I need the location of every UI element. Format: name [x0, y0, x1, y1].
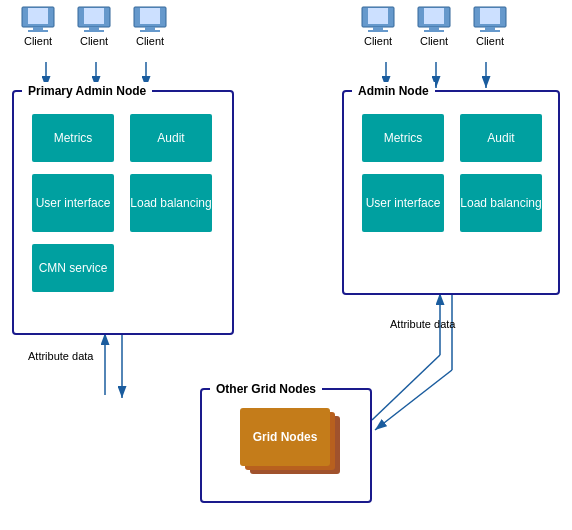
primary-admin-node-title: Primary Admin Node — [22, 82, 152, 100]
attribute-data-label-left: Attribute data — [28, 350, 93, 362]
svg-rect-17 — [28, 30, 48, 32]
svg-rect-35 — [480, 8, 500, 24]
admin-metrics-tile: Metrics — [362, 114, 444, 162]
other-grid-nodes-title: Other Grid Nodes — [210, 380, 322, 398]
client-icon-left-2: Client — [76, 5, 112, 47]
svg-line-11 — [375, 370, 452, 430]
svg-rect-29 — [368, 30, 388, 32]
svg-line-12 — [372, 355, 440, 420]
svg-rect-25 — [140, 30, 160, 32]
svg-rect-31 — [424, 8, 444, 24]
client-icon-left-1: Client — [20, 5, 56, 47]
left-clients: Client Client Client — [20, 5, 168, 47]
svg-rect-19 — [84, 8, 104, 24]
computer-svg-4 — [360, 5, 396, 35]
computer-svg-2 — [76, 5, 112, 35]
svg-rect-24 — [145, 27, 155, 30]
computer-svg-6 — [472, 5, 508, 35]
admin-audit-tile: Audit — [460, 114, 542, 162]
right-clients: Client Client Client — [360, 5, 508, 47]
client-icon-left-3: Client — [132, 5, 168, 47]
other-grid-nodes-box: Other Grid Nodes Grid Nodes — [200, 388, 372, 503]
svg-rect-20 — [89, 27, 99, 30]
svg-rect-32 — [429, 27, 439, 30]
svg-rect-33 — [424, 30, 444, 32]
svg-rect-37 — [480, 30, 500, 32]
primary-audit-tile: Audit — [130, 114, 212, 162]
attribute-data-label-right: Attribute data — [390, 318, 455, 330]
svg-rect-16 — [33, 27, 43, 30]
svg-rect-23 — [140, 8, 160, 24]
diagram: Client Client Client — [0, 0, 572, 530]
admin-user-interface-tile: User interface — [362, 174, 444, 232]
client-icon-right-3: Client — [472, 5, 508, 47]
computer-svg-3 — [132, 5, 168, 35]
admin-load-balancing-tile: Load balancing — [460, 174, 542, 232]
primary-admin-node-box: Primary Admin Node Metrics Audit User in… — [12, 90, 234, 335]
grid-card-front: Grid Nodes — [240, 408, 330, 466]
admin-node-box: Admin Node Metrics Audit User interface … — [342, 90, 560, 295]
svg-rect-28 — [373, 27, 383, 30]
client-icon-right-1: Client — [360, 5, 396, 47]
primary-metrics-tile: Metrics — [32, 114, 114, 162]
grid-nodes-label: Grid Nodes — [253, 430, 318, 444]
admin-node-title: Admin Node — [352, 82, 435, 100]
svg-rect-21 — [84, 30, 104, 32]
primary-cmn-service-tile: CMN service — [32, 244, 114, 292]
primary-user-interface-tile: User interface — [32, 174, 114, 232]
primary-load-balancing-tile: Load balancing — [130, 174, 212, 232]
computer-svg-5 — [416, 5, 452, 35]
svg-rect-15 — [28, 8, 48, 24]
computer-svg-1 — [20, 5, 56, 35]
client-icon-right-2: Client — [416, 5, 452, 47]
svg-rect-36 — [485, 27, 495, 30]
svg-rect-27 — [368, 8, 388, 24]
